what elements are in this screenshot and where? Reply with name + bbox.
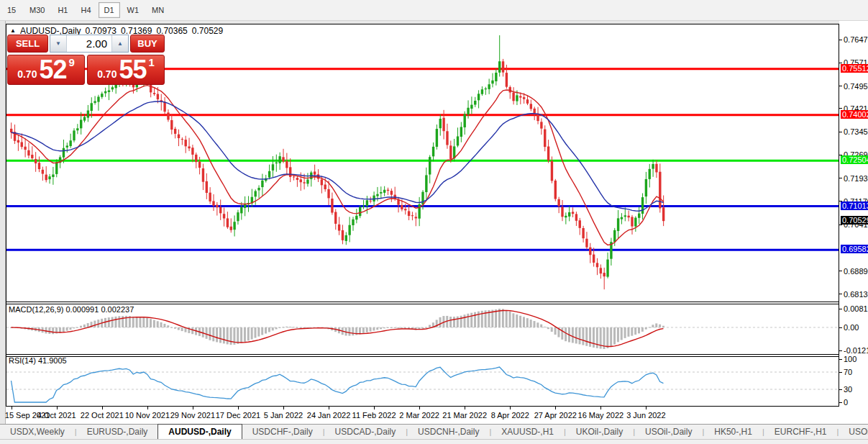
date-tick-mark [510,407,511,409]
date-tick-mark [12,407,12,409]
sell-price-big: 52 [39,56,66,83]
symbol-tab-eurusd-daily[interactable]: EURUSD-,Daily [77,425,158,439]
volume-decrease-button[interactable]: ▼ [50,35,67,52]
rsi-axis-label: 70 [844,368,852,376]
date-tick-mark [465,407,465,409]
date-tick-mark [374,407,375,409]
price-tick-label: 0.76470 [844,35,868,44]
volume-increase-button[interactable]: ▲ [111,35,128,52]
rsi-axis-label: 100 [844,355,856,363]
date-tick-mark [57,407,58,409]
date-label: 16 May 2022 [578,411,624,420]
symbol-tab-usoil-h4[interactable]: USOil-,H4 [839,425,868,439]
rsi-axis-label: 0 [844,398,848,407]
symbol-tab-usoil-daily[interactable]: USOil-,Daily [635,425,702,439]
one-click-trade-panel: SELL ▼ 2.00 ▲ BUY 0.70 52 9 0.70 55 1 [7,35,165,85]
level-price-badge-0.69582: 0.69582 [841,245,868,253]
macd-axis-label: 0.008197 [844,304,868,313]
symbol-tab-usdcad-daily[interactable]: USDCAD-,Daily [325,425,406,439]
price-tick-label: 0.68890 [844,267,868,276]
volume-input[interactable]: 2.00 [67,35,111,52]
timeframe-toolbar: 15M30H1H4D1W1MN [0,0,868,21]
symbol-tab-ukoil-daily[interactable]: UKOil-,Daily [566,425,633,439]
chevron-up-icon: ▲ [117,40,123,47]
timeframe-button-mn[interactable]: MN [146,2,170,18]
level-price-badge-0.72504: 0.72504 [841,155,868,164]
price-tick-label: 0.73450 [844,127,868,136]
sell-price-button[interactable]: 0.70 52 9 [7,55,85,85]
window-left-gutter [0,21,6,425]
current-price-badge: 0.70529 [841,216,868,225]
date-tick-mark [646,407,647,409]
timeframe-button-m30[interactable]: M30 [24,2,50,18]
timeframe-button-w1[interactable]: W1 [122,2,145,18]
symbol-tab-usdx-weekly[interactable]: USDX,Weekly [0,425,75,439]
sell-button[interactable]: SELL [7,35,48,53]
rsi-tick-mark [839,359,842,360]
chevron-down-icon: ▼ [55,40,61,47]
rsi-tick-mark [839,372,842,373]
date-label: 29 Nov 2021 [170,411,215,420]
date-tick-mark [555,407,556,409]
date-tick-mark [193,407,193,409]
date-tick-mark [283,407,284,409]
symbol-tab-hk50-h1[interactable]: HK50-,H1 [704,425,762,439]
price-tick-mark [839,108,842,109]
price-tick-mark [839,40,842,40]
volume-stepper: ▼ 2.00 ▲ [50,35,129,53]
macd-tick-mark [839,350,842,351]
date-tick-mark [102,407,103,409]
date-tick-mark [329,407,329,409]
rsi-label: RSI(14) 41.9005 [9,356,67,365]
macd-tick-mark [839,309,842,309]
rsi-tick-mark [839,402,842,403]
date-tick-mark [147,407,148,409]
price-tick-mark [839,132,842,132]
symbol-tab-eurchf-h1[interactable]: EURCHF-,H1 [764,425,837,439]
date-label: 10 Nov 2021 [125,411,170,420]
timeframe-button-h1[interactable]: H1 [52,2,73,18]
timeframe-button-d1[interactable]: D1 [99,2,120,18]
symbol-marker-icon: ▲ [10,27,16,34]
price-tick-label: 0.68130 [844,290,868,299]
symbol-tab-audusd-daily[interactable]: AUDUSD-,Daily [157,424,242,439]
rsi-axis-label: 30 [844,385,852,394]
buy-price-button[interactable]: 0.70 55 1 [87,55,165,85]
symbol-tab-xauusd-h1[interactable]: XAUUSD-,H1 [491,425,564,439]
price-tick-mark [839,178,842,178]
date-axis[interactable]: 15 Sep 20214 Oct 202122 Oct 202110 Nov 2… [6,407,839,424]
buy-price-pip: 1 [148,56,154,68]
date-label: 24 Jan 2022 [307,411,351,420]
terminal-window: 15M30H1H4D1W1MN ▲ AUDUSD-,Daily 0.70973 … [0,0,868,444]
sell-price-pip: 9 [68,56,74,68]
macd-label: MACD(12,26,9) 0.000991 0.002237 [9,305,134,314]
sell-price-prefix: 0.70 [17,68,37,80]
price-axis[interactable]: 0.764700.757100.749500.742100.734500.726… [839,21,868,425]
date-tick-mark [600,407,601,409]
date-label: 4 Oct 2021 [37,411,76,420]
ohlc-close: 0.70529 [192,26,223,36]
buy-button[interactable]: BUY [130,35,165,53]
level-price-badge-0.75512: 0.75512 [841,64,868,73]
price-tick-mark [839,271,842,271]
symbol-tab-usdchf-daily[interactable]: USDCHF-,Daily [242,425,323,439]
date-label: 3 Jun 2022 [626,411,665,420]
price-tick-label: 0.71930 [844,174,868,183]
price-tick-mark [839,63,842,63]
symbol-tab-usdcnh-daily[interactable]: USDCNH-,Daily [408,425,489,439]
buy-price-big: 55 [119,56,146,83]
date-label: 8 Apr 2022 [491,411,529,420]
price-tick-mark [839,86,842,86]
price-tick-label: 0.74950 [844,82,868,91]
date-label: 22 Oct 2021 [81,411,124,420]
level-price-badge-0.74002: 0.74002 [841,110,868,119]
level-price-badge-0.71013: 0.71013 [841,201,868,210]
macd-axis-label: -0.012125 [844,346,868,355]
timeframe-button-15[interactable]: 15 [1,2,22,18]
date-label: 2 Mar 2022 [399,411,439,420]
date-tick-mark [238,407,239,409]
rsi-tick-mark [839,389,842,390]
status-bar [0,439,868,444]
symbol-tab-bar: USDX,Weekly|EURUSD-,DailyAUDUSD-,DailyUS… [0,424,868,439]
timeframe-button-h4[interactable]: H4 [75,2,96,18]
